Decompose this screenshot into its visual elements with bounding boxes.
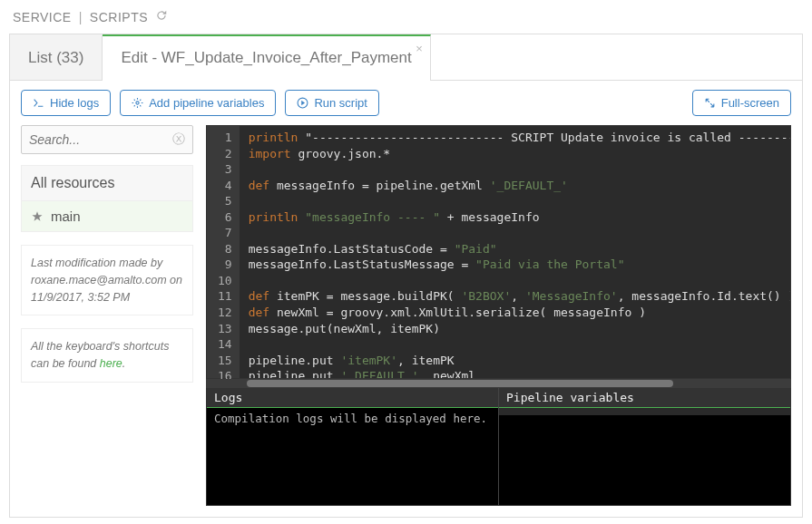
svg-point-0 [136,102,139,104]
horizontal-scrollbar[interactable] [206,379,791,388]
all-resources-header[interactable]: All resources [22,166,192,201]
tab-edit-label: Edit - WF_Update_Invoice_After_Payment [121,49,411,66]
breadcrumb-service[interactable]: SERVICE [13,10,72,24]
breadcrumb: SERVICE | SCRIPTS [0,0,812,34]
add-vars-label: Add pipeline variables [149,96,264,110]
fullscreen-label: Full-screen [721,96,779,110]
resource-item-label: main [51,209,81,224]
logs-pane-body: Compilation logs will be displayed here. [207,408,498,505]
tab-edit[interactable]: Edit - WF_Update_Invoice_After_Payment × [103,34,430,80]
fullscreen-button[interactable]: Full-screen [692,90,791,116]
run-script-label: Run script [314,96,367,110]
run-script-button[interactable]: Run script [285,90,379,116]
refresh-icon[interactable] [155,9,168,24]
close-icon[interactable]: × [416,42,423,55]
logs-pane: Logs Compilation logs will be displayed … [207,388,498,505]
add-vars-button[interactable]: Add pipeline variables [120,90,276,116]
line-gutter: 1234567891011121314151617 [207,126,240,378]
resource-tree: All resources main [21,165,193,232]
resource-item-main[interactable]: main [22,201,192,231]
scrollbar-thumb[interactable] [247,380,673,387]
terminal-icon [33,97,44,109]
code-editor[interactable]: 1234567891011121314151617 println "-----… [206,125,791,379]
logs-pane-title: Logs [207,388,498,408]
clear-icon[interactable]: ⓧ [172,131,185,148]
hide-logs-button[interactable]: Hide logs [21,90,111,116]
search-input[interactable] [29,132,185,147]
breadcrumb-scripts[interactable]: SCRIPTS [90,10,148,24]
vars-pane: Pipeline variables [498,388,790,505]
search-field[interactable]: ⓧ [21,125,193,154]
toolbar: Hide logs Add pipeline variables Run scr… [10,81,802,125]
vars-pane-title: Pipeline variables [499,388,790,408]
tab-list-label: List (33) [28,49,83,66]
tab-list[interactable]: List (33) [10,34,103,80]
bottom-panes: Logs Compilation logs will be displayed … [206,388,791,506]
shortcuts-link[interactable]: here [100,357,122,370]
expand-icon [704,97,716,109]
last-modification-note: Last modification made by roxane.mace@am… [21,245,193,315]
shortcuts-note: All the keyboard's shortcuts can be foun… [21,328,193,383]
sidebar: ⓧ All resources main Last modification m… [21,125,193,506]
hide-logs-label: Hide logs [50,96,99,110]
main-panel: List (33) Edit - WF_Update_Invoice_After… [9,34,803,518]
editor-area: 1234567891011121314151617 println "-----… [206,125,791,506]
vars-pane-body [499,408,790,415]
breadcrumb-separator: | [79,10,83,24]
code-content[interactable]: println "--------------------------- SCR… [240,126,790,378]
gear-icon [132,97,143,109]
star-icon [31,210,44,223]
tab-bar: List (33) Edit - WF_Update_Invoice_After… [10,34,802,81]
play-icon [297,97,308,109]
